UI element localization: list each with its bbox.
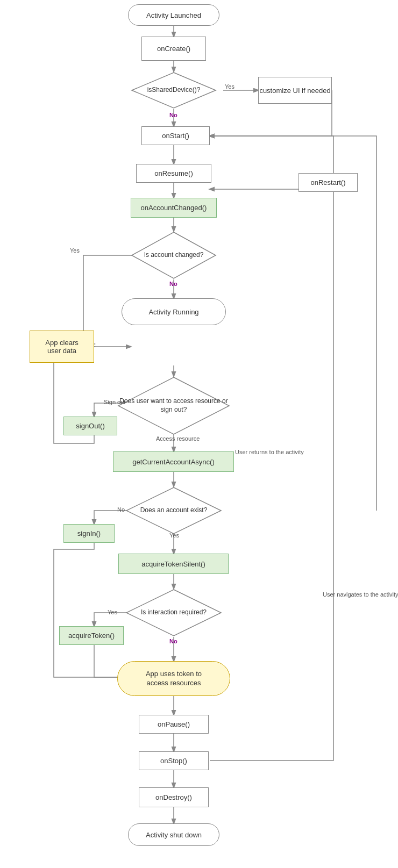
is-account-changed-label: Is account changed? bbox=[144, 251, 204, 260]
does-account-exist-node: Does an account exist? bbox=[125, 486, 222, 535]
no-label-account-exist: No bbox=[117, 506, 125, 513]
sign-out-node: signOut() bbox=[63, 417, 117, 435]
user-returns-label: User returns to the activity bbox=[235, 449, 304, 455]
acquire-token-silent-label: acquireTokenSilent() bbox=[141, 560, 205, 568]
no-label-interaction: No bbox=[169, 638, 177, 644]
acquire-token-node: acquireToken() bbox=[59, 626, 124, 645]
on-stop-label: onStop() bbox=[160, 757, 187, 765]
on-account-changed-node: onAccountChanged() bbox=[131, 198, 217, 218]
on-stop-node: onStop() bbox=[139, 751, 209, 770]
on-start-node: onStart() bbox=[141, 126, 210, 145]
on-destroy-node: onDestroy() bbox=[139, 787, 209, 807]
user-navigates-label: User navigates to the activity bbox=[323, 591, 398, 598]
activity-launched-label: Activity Launched bbox=[146, 11, 201, 19]
flowchart-diagram: Activity Launched onCreate() isSharedDev… bbox=[0, 0, 398, 868]
does-account-exist-label: Does an account exist? bbox=[140, 506, 208, 515]
on-pause-node: onPause() bbox=[139, 715, 209, 734]
on-restart-node: onRestart() bbox=[298, 173, 358, 192]
on-start-label: onStart() bbox=[162, 132, 189, 140]
on-create-label: onCreate() bbox=[157, 45, 190, 53]
app-uses-token-label: App uses token to access resources bbox=[146, 670, 202, 688]
activity-shutdown-node: Activity shut down bbox=[128, 823, 219, 846]
sign-in-label: signIn() bbox=[77, 529, 101, 537]
yes-label-interaction: Yes bbox=[108, 609, 117, 615]
is-shared-device-label: isSharedDevice()? bbox=[147, 86, 201, 95]
on-restart-label: onRestart() bbox=[310, 178, 345, 186]
on-resume-label: onResume() bbox=[154, 169, 193, 177]
does-user-want-node: Does user want to access resource or sig… bbox=[117, 376, 230, 435]
yes-label-account: Yes bbox=[70, 247, 80, 254]
get-current-account-label: getCurrentAccountAsync() bbox=[132, 458, 214, 466]
yes-label-shared: Yes bbox=[225, 83, 234, 90]
app-uses-token-node: App uses token to access resources bbox=[117, 661, 230, 696]
is-account-changed-node: Is account changed? bbox=[131, 231, 217, 279]
activity-running-node: Activity Running bbox=[122, 298, 226, 325]
is-interaction-required-label: Is interaction required? bbox=[141, 608, 207, 617]
no-label-account: No bbox=[169, 281, 177, 287]
sign-out-label: signOut() bbox=[76, 422, 104, 430]
yes-label-account-exist: Yes bbox=[169, 532, 179, 539]
activity-shutdown-label: Activity shut down bbox=[146, 831, 202, 839]
on-destroy-label: onDestroy() bbox=[155, 793, 192, 801]
on-pause-label: onPause() bbox=[158, 720, 190, 728]
activity-running-label: Activity Running bbox=[148, 308, 198, 316]
on-resume-node: onResume() bbox=[136, 164, 211, 183]
app-clears-user-data-label: App clears user data bbox=[45, 339, 78, 355]
on-account-changed-label: onAccountChanged() bbox=[141, 204, 207, 212]
is-shared-device-node: isSharedDevice()? bbox=[131, 71, 217, 109]
no-label-shared: No bbox=[169, 112, 177, 118]
app-clears-user-data-node: App clears user data bbox=[30, 331, 94, 363]
acquire-token-silent-node: acquireTokenSilent() bbox=[118, 554, 229, 574]
acquire-token-label: acquireToken() bbox=[68, 632, 115, 640]
sign-in-node: signIn() bbox=[63, 524, 115, 543]
customize-ui-node: customize UI if needed bbox=[258, 77, 332, 104]
access-resource-label: Access resource bbox=[156, 435, 200, 442]
is-interaction-required-node: Is interaction required? bbox=[125, 589, 222, 637]
on-create-node: onCreate() bbox=[141, 37, 206, 61]
activity-launched-node: Activity Launched bbox=[128, 4, 219, 26]
does-user-want-label: Does user want to access resource or sig… bbox=[117, 397, 230, 414]
customize-ui-label: customize UI if needed bbox=[259, 87, 330, 95]
get-current-account-node: getCurrentAccountAsync() bbox=[113, 451, 234, 472]
